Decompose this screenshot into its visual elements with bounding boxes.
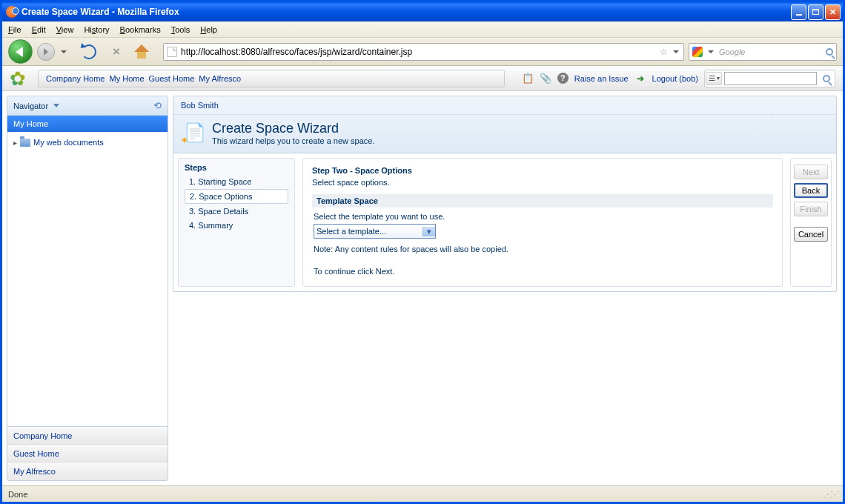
- search-mode-button[interactable]: [706, 72, 722, 85]
- menu-history[interactable]: History: [84, 25, 109, 34]
- search-submit-icon[interactable]: [826, 48, 833, 56]
- step-1[interactable]: 1. Starting Space: [185, 175, 288, 188]
- main-breadcrumb[interactable]: Bob Smith: [173, 96, 836, 115]
- google-icon[interactable]: [692, 47, 703, 57]
- cancel-button[interactable]: Cancel: [794, 227, 828, 242]
- raise-issue-link[interactable]: Raise an Issue: [574, 74, 629, 83]
- sidebar-refresh-icon[interactable]: ⟲: [153, 100, 162, 111]
- continue-hint: To continue click Next.: [314, 267, 772, 276]
- browser-statusbar: Done ⋰⋰: [2, 485, 843, 502]
- home-button[interactable]: [135, 45, 148, 59]
- breadcrumb-guest-home[interactable]: Guest Home: [149, 74, 195, 83]
- clipboard-icon[interactable]: [540, 73, 551, 84]
- section-header: Template Space: [312, 194, 773, 208]
- tree-item-my-web-documents[interactable]: My web documents: [13, 136, 162, 148]
- help-icon[interactable]: [557, 73, 569, 84]
- next-button: Next: [794, 165, 828, 179]
- tree-item-label: My web documents: [33, 138, 104, 147]
- alfresco-logo-icon[interactable]: [10, 68, 30, 89]
- wizard-button-panel: Next Back Finish Cancel: [790, 158, 832, 287]
- step-description: Select space options.: [312, 178, 773, 187]
- sidebar-header: Navigator ⟲: [7, 96, 168, 116]
- sidebar-link-company-home[interactable]: Company Home: [7, 427, 168, 445]
- alfresco-topbar: Company Home My Home Guest Home My Alfre…: [2, 66, 843, 91]
- sidebar-link-my-alfresco[interactable]: My Alfresco: [7, 462, 168, 480]
- browser-menubar: File Edit View History Bookmarks Tools H…: [2, 21, 843, 38]
- url-text[interactable]: http://localhost:8080/alfresco/faces/jsp…: [181, 47, 656, 57]
- nav-history-dropdown[interactable]: [59, 43, 68, 61]
- breadcrumb-my-alfresco[interactable]: My Alfresco: [199, 74, 241, 83]
- folder-icon: [20, 139, 30, 147]
- page-subtitle: This wizard helps you to create a new sp…: [212, 136, 375, 145]
- finish-button: Finish: [794, 202, 828, 216]
- back-button-wizard[interactable]: Back: [794, 183, 828, 198]
- alfresco-search-button[interactable]: [819, 71, 834, 86]
- url-bar[interactable]: http://localhost:8080/alfresco/faces/jsp…: [163, 43, 684, 61]
- logout-icon[interactable]: [634, 73, 646, 84]
- page-icon: [167, 47, 177, 57]
- stop-button: ×: [110, 45, 123, 59]
- navigator-dropdown[interactable]: Navigator: [13, 102, 59, 110]
- alfresco-search-input[interactable]: [724, 72, 817, 85]
- maximize-button[interactable]: [808, 4, 824, 20]
- wizard-content-panel: Step Two - Space Options Select space op…: [302, 158, 783, 287]
- wizard-body: Steps 1. Starting Space 2. Space Options…: [173, 153, 837, 292]
- step-2[interactable]: 2. Space Options: [185, 189, 288, 204]
- minimize-button[interactable]: [791, 4, 806, 20]
- reload-button[interactable]: [82, 44, 96, 59]
- menu-bookmarks[interactable]: Bookmarks: [120, 25, 161, 34]
- url-history-dropdown[interactable]: [672, 43, 680, 61]
- menu-tools[interactable]: Tools: [171, 25, 190, 34]
- main-panel: Bob Smith Create Space Wizard This wizar…: [173, 96, 837, 481]
- logout-link[interactable]: Logout (bob): [652, 74, 698, 83]
- sidebar-active-location[interactable]: My Home: [7, 116, 168, 132]
- status-text: Done: [8, 490, 27, 499]
- sidebar-link-guest-home[interactable]: Guest Home: [7, 445, 168, 462]
- navigator-sidebar: Navigator ⟲ My Home My web documents Com…: [7, 96, 168, 481]
- back-button[interactable]: [8, 39, 33, 64]
- main-header: Bob Smith Create Space Wizard This wizar…: [173, 96, 837, 153]
- step-title: Step Two - Space Options: [312, 166, 773, 175]
- instruction-text: Select the template you want to use.: [314, 212, 772, 221]
- menu-edit[interactable]: Edit: [32, 25, 46, 34]
- browser-toolbar: × http://localhost:8080/alfresco/faces/j…: [2, 38, 843, 66]
- template-select[interactable]: Select a template...: [314, 224, 436, 239]
- bookmark-star-icon[interactable]: ☆: [660, 47, 668, 57]
- resize-grip-icon[interactable]: ⋰⋰: [822, 489, 838, 500]
- search-engine-dropdown[interactable]: [706, 43, 715, 61]
- menu-help[interactable]: Help: [200, 25, 217, 34]
- wizard-icon: [182, 122, 205, 145]
- close-button[interactable]: ✕: [825, 4, 841, 20]
- sidebar-bottom-links: Company Home Guest Home My Alfresco: [7, 426, 168, 480]
- page-title: Create Space Wizard: [212, 121, 375, 136]
- breadcrumb-bar: Company Home My Home Guest Home My Alfre…: [38, 70, 505, 87]
- firefox-icon: [6, 6, 18, 18]
- breadcrumb-my-home[interactable]: My Home: [109, 74, 144, 83]
- note-text: Note: Any content rules for spaces will …: [314, 245, 772, 253]
- shelf-icon[interactable]: [522, 73, 534, 84]
- sidebar-tree: My web documents: [7, 132, 168, 426]
- step-4[interactable]: 4. Summary: [185, 219, 288, 232]
- menu-view[interactable]: View: [56, 25, 74, 34]
- steps-panel: Steps 1. Starting Space 2. Space Options…: [178, 158, 295, 287]
- window-title: Create Space Wizard - Mozilla Firefox: [21, 7, 791, 17]
- breadcrumb-company-home[interactable]: Company Home: [46, 74, 105, 83]
- alfresco-search-group: [704, 70, 835, 87]
- menu-file[interactable]: File: [8, 25, 21, 34]
- forward-button: [37, 43, 55, 61]
- search-placeholder[interactable]: Google: [719, 47, 822, 56]
- window-titlebar[interactable]: Create Space Wizard - Mozilla Firefox ✕: [2, 2, 843, 21]
- step-3[interactable]: 3. Space Details: [185, 205, 288, 218]
- steps-title: Steps: [185, 163, 288, 172]
- tree-expand-icon[interactable]: [13, 138, 17, 147]
- browser-search-box[interactable]: Google: [689, 43, 837, 61]
